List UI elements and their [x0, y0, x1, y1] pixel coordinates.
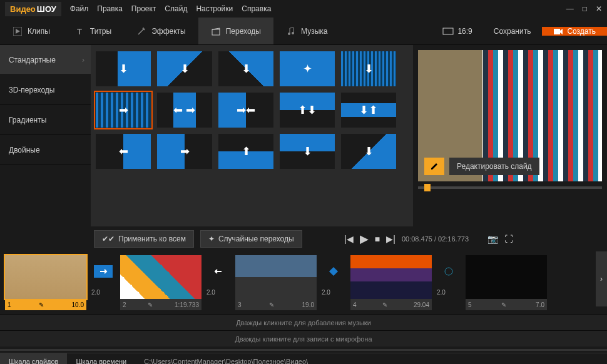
clip-num: 3	[238, 301, 242, 308]
random-transitions-button[interactable]: ✦ Случайные переходы	[200, 230, 302, 248]
pencil-icon[interactable]: ✎	[269, 301, 274, 308]
minimize-icon[interactable]: —	[566, 4, 574, 13]
prev-button[interactable]: |◀	[344, 234, 354, 244]
arrows-du-icon: ⬇⬆	[359, 103, 378, 117]
chevron-right-icon: ›	[600, 275, 603, 283]
play-icon	[13, 26, 23, 36]
menu-file[interactable]: Файл	[70, 4, 89, 13]
timeline-transition[interactable]: 2.0	[91, 255, 115, 297]
timeline-clip[interactable]: 5✎7.0	[466, 255, 547, 310]
preview-slider[interactable]	[418, 186, 602, 189]
transition-thumb[interactable]: ⬇⬆	[341, 93, 396, 128]
timeline-clip[interactable]: 3✎19.0	[235, 255, 317, 310]
menu-slide[interactable]: Слайд	[165, 4, 187, 13]
tab-music[interactable]: Музыка	[273, 18, 340, 44]
edit-slide-button[interactable]: Редактировать слайд	[424, 158, 539, 175]
sidebar-item-gradients[interactable]: Градиенты	[0, 105, 91, 135]
svg-text:T: T	[77, 27, 82, 36]
aspect-label: 16:9	[457, 27, 472, 36]
timeline-scrubber[interactable]	[0, 346, 607, 353]
clip-num: 1	[8, 301, 11, 308]
menu-settings[interactable]: Настройки	[196, 4, 233, 13]
transition-thumb-selected[interactable]: ➡	[96, 93, 151, 128]
slider-thumb[interactable]	[424, 184, 431, 191]
sidebar-item-3d[interactable]: 3D-переходы	[0, 75, 91, 105]
text-icon: T	[75, 26, 85, 36]
menu-edit[interactable]: Правка	[97, 4, 123, 13]
transition-thumb[interactable]: ⬇	[341, 134, 396, 169]
fullscreen-icon[interactable]: ⛶	[504, 234, 513, 244]
clip-num: 5	[468, 301, 472, 308]
action-bar: ✔✔ Применить ко всем ✦ Случайные переход…	[0, 226, 607, 251]
time-scale-label: Шкала времени	[76, 358, 126, 365]
pencil-icon[interactable]: ✎	[501, 301, 506, 308]
timeline-transition[interactable]: 2.0	[207, 255, 230, 297]
transition-thumb[interactable]: ⬇	[218, 51, 273, 86]
tab-transitions[interactable]: Переходы	[198, 18, 273, 44]
transition-thumb[interactable]: ✦	[280, 51, 335, 86]
close-icon[interactable]: ✕	[596, 4, 602, 13]
maximize-icon[interactable]: □	[583, 4, 587, 13]
clip-num: 4	[353, 301, 357, 308]
play-button[interactable]: ▶	[360, 232, 369, 246]
snapshot-icon[interactable]: 📷	[487, 234, 498, 244]
stop-button[interactable]: ■	[375, 234, 380, 244]
transition-thumb[interactable]: ➡	[157, 134, 212, 169]
apply-all-button[interactable]: ✔✔ Применить ко всем	[94, 230, 194, 248]
menu-help[interactable]: Справка	[242, 4, 271, 13]
pencil-icon[interactable]: ✎	[148, 301, 153, 308]
monitor-icon	[442, 28, 454, 35]
trans-dur: 2.0	[91, 288, 115, 297]
transition-thumb[interactable]: ⬆⬇	[280, 93, 335, 128]
tab-time-scale[interactable]: Шкала времени	[67, 353, 135, 364]
main-area: Стандартные › 3D-переходы Градиенты Двой…	[0, 45, 607, 226]
sidebar-label: 3D-переходы	[9, 86, 55, 94]
timeline: 1✎10.0 2.0 2✎1:19.733 2.0 3✎19.0 2.0 4✎2…	[0, 251, 607, 314]
main-menu: Файл Правка Проект Слайд Настройки Справ…	[70, 4, 272, 13]
arrows-lr-icon: ⬅ ➡	[173, 103, 195, 117]
arrow-down-icon: ⬇	[303, 144, 312, 158]
check-icon: ✔✔	[102, 235, 115, 243]
arrow-right-icon: ➡	[119, 103, 128, 117]
timeline-transition[interactable]: 2.0	[322, 255, 345, 297]
random-label: Случайные переходы	[218, 235, 294, 243]
sidebar-label: Двойные	[9, 146, 40, 154]
transition-thumb[interactable]: ⬇	[280, 134, 335, 169]
titlebar: Видео ШОУ Файл Правка Проект Слайд Настр…	[0, 0, 607, 18]
transition-thumb[interactable]: ⬅ ➡	[157, 93, 212, 128]
save-button[interactable]: Сохранить	[482, 27, 543, 36]
arrow-down-icon: ⬇	[119, 62, 128, 76]
timeline-clip[interactable]: 1✎10.0	[5, 255, 86, 310]
clip-dur: 7.0	[536, 301, 544, 308]
transition-thumb[interactable]: ➡⬅	[218, 93, 273, 128]
sidebar-item-standard[interactable]: Стандартные ›	[0, 45, 91, 75]
tab-titles[interactable]: T Титры	[63, 18, 124, 44]
transition-thumb[interactable]: ⬇	[96, 51, 151, 86]
scroll-right-button[interactable]: ›	[596, 251, 607, 306]
transition-thumb[interactable]: ⬇	[341, 51, 396, 86]
chevron-right-icon: ›	[82, 56, 84, 64]
file-path: C:\Users\ContentManager\Desktop\Полезное…	[135, 358, 317, 365]
aspect-ratio[interactable]: 16:9	[432, 27, 482, 36]
timeline-clip[interactable]: 4✎29.04	[350, 255, 432, 310]
timeline-clip[interactable]: 2✎1:19.733	[120, 255, 201, 310]
right-tools: 16:9 Сохранить Создать	[432, 18, 607, 44]
mic-track[interactable]: Дважды кликните для записи с микрофона	[0, 330, 607, 346]
transition-thumb[interactable]: ⬇	[157, 51, 212, 86]
create-button[interactable]: Создать	[542, 27, 607, 36]
next-button[interactable]: ▶|	[386, 234, 395, 244]
pencil-icon[interactable]: ✎	[39, 301, 44, 308]
menu-project[interactable]: Проект	[131, 4, 156, 13]
pencil-icon[interactable]: ✎	[382, 301, 387, 308]
transition-thumb[interactable]: ⬆	[218, 134, 273, 169]
tab-effects[interactable]: Эффекты	[124, 18, 198, 44]
timecode: 00:08.475 / 02:16.773	[402, 235, 469, 243]
arrow-diag-icon: ⬇	[364, 144, 374, 158]
sidebar-item-double[interactable]: Двойные	[0, 135, 91, 165]
transition-thumb[interactable]: ⬅	[96, 134, 151, 169]
timeline-transition[interactable]: 2.0	[437, 255, 461, 297]
slide-scale-label: Шкала слайдов	[9, 358, 58, 365]
music-track[interactable]: Дважды кликните для добавления музыки	[0, 314, 607, 330]
tab-slide-scale[interactable]: Шкала слайдов	[0, 353, 67, 364]
tab-clips[interactable]: Клипы	[0, 18, 63, 44]
